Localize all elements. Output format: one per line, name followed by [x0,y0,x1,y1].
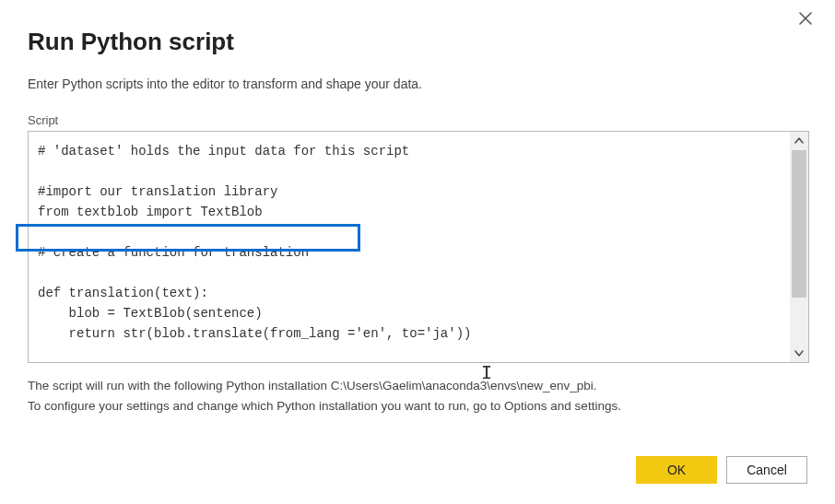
ok-button[interactable]: OK [636,456,717,484]
scroll-down-arrow-icon[interactable] [790,344,808,362]
scrollbar-thumb[interactable] [792,150,806,298]
code-line: return str(blob.translate(from_lang ='en… [38,326,471,341]
script-editor[interactable]: # 'dataset' holds the input data for thi… [28,131,809,363]
python-installation-path: The script will run with the following P… [28,376,807,396]
settings-hint: To configure your settings and change wh… [28,396,807,416]
close-icon[interactable] [794,11,817,33]
scrollbar-track[interactable] [790,132,808,362]
footer-info: The script will run with the following P… [28,376,807,416]
code-line: # 'dataset' holds the input data for thi… [38,144,409,158]
run-python-script-dialog: Run Python script Enter Python scripts i… [0,0,835,504]
code-line: blob = TextBlob(sentence) [38,306,263,321]
dialog-buttons: OK Cancel [636,456,807,484]
scroll-up-arrow-icon[interactable] [790,132,808,150]
cancel-button[interactable]: Cancel [726,456,807,484]
code-line: # create a function for translation [38,245,309,260]
code-line: def translation(text): [38,286,208,300]
script-field-label: Script [28,113,807,127]
code-line: from textblob import TextBlob [38,205,263,219]
dialog-title: Run Python script [28,28,807,56]
script-editor-content[interactable]: # 'dataset' holds the input data for thi… [29,132,790,362]
dialog-subtitle: Enter Python scripts into the editor to … [28,76,807,91]
code-line: #import our translation library [38,184,277,199]
